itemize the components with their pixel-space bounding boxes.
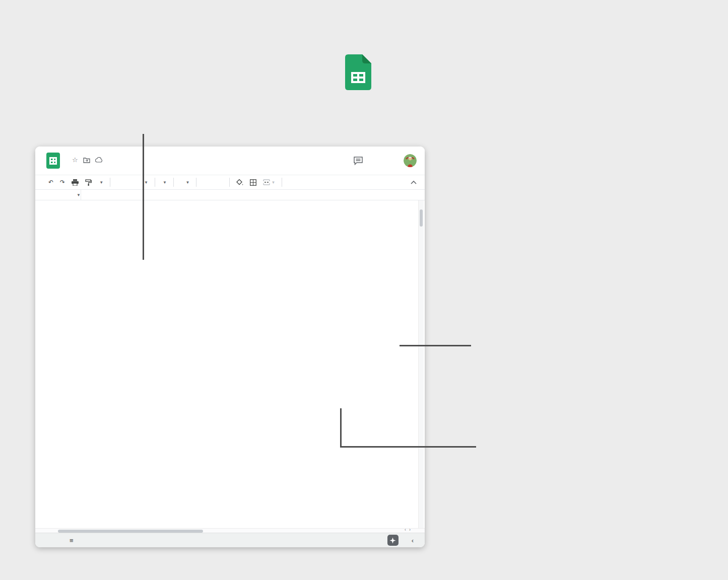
merge-cells-button[interactable]: ▼ xyxy=(263,179,275,185)
formula-input[interactable] xyxy=(87,190,425,200)
toolbar: ↶ ↷ ▼ ▼ ▼ ▼ xyxy=(35,175,425,189)
annotation-line-update-date xyxy=(143,134,144,260)
sheets-app-icon[interactable] xyxy=(46,152,60,170)
undo-button[interactable]: ↶ xyxy=(48,179,53,186)
explore-button[interactable] xyxy=(387,535,399,546)
move-folder-icon[interactable] xyxy=(83,157,90,163)
vertical-scrollbar[interactable] xyxy=(418,200,424,528)
updated-date-block xyxy=(65,254,163,271)
fill-color-button[interactable] xyxy=(236,179,243,186)
toolbar-divider xyxy=(110,178,110,187)
google-sheets-window: ☆ xyxy=(35,147,425,547)
toolbar-divider xyxy=(229,178,230,187)
page-subtitle-row xyxy=(0,54,728,90)
star-icon[interactable]: ☆ xyxy=(72,157,78,163)
name-box[interactable]: ▼ xyxy=(35,190,81,200)
toolbar-divider xyxy=(173,178,174,187)
column-headers xyxy=(35,200,418,208)
borders-button[interactable] xyxy=(250,179,256,186)
toolbar-divider xyxy=(282,178,282,187)
all-sheets-icon[interactable]: ≡ xyxy=(70,537,74,544)
annotation-line-days-left-vertical xyxy=(340,408,342,448)
spreadsheet-grid xyxy=(35,208,418,528)
updated-date-value-cell[interactable] xyxy=(112,254,163,271)
cloud-status-icon[interactable] xyxy=(95,157,103,163)
titlebar: ☆ xyxy=(35,147,425,175)
annotation-line-days-left-horizontal xyxy=(340,446,476,448)
divider xyxy=(81,190,81,200)
sheet-banner xyxy=(55,208,418,245)
toolbar-divider xyxy=(155,178,155,187)
sheet-tab-bar: ≡ ‹ xyxy=(35,533,425,547)
updated-date-label xyxy=(65,254,112,271)
collapse-toolbar-button[interactable] xyxy=(411,180,417,184)
collapse-panel-icon[interactable]: ‹ xyxy=(412,537,414,544)
share-person-icon xyxy=(377,158,384,164)
font-size-select[interactable]: ▼ xyxy=(180,179,190,186)
annotation-line-list-items xyxy=(400,345,471,346)
scroll-arrows[interactable]: ‹› xyxy=(405,527,414,532)
paint-format-button[interactable] xyxy=(85,179,92,186)
print-button[interactable] xyxy=(72,179,79,186)
page: ☆ xyxy=(0,0,728,580)
avatar[interactable] xyxy=(404,154,417,167)
font-select[interactable]: ▼ xyxy=(162,180,167,185)
toolbar-divider xyxy=(196,178,196,187)
redo-button[interactable]: ↷ xyxy=(60,179,65,186)
zoom-select[interactable]: ▼ xyxy=(98,180,103,185)
formula-bar: ▼ xyxy=(35,189,425,200)
name-box-caret-icon: ▼ xyxy=(77,193,81,197)
share-button[interactable] xyxy=(372,154,394,168)
vertical-scrollbar-thumb[interactable] xyxy=(420,209,423,227)
comment-icon[interactable] xyxy=(353,156,363,165)
horizontal-scrollbar[interactable]: ‹› xyxy=(35,528,425,533)
google-sheets-logo-icon xyxy=(345,54,371,90)
